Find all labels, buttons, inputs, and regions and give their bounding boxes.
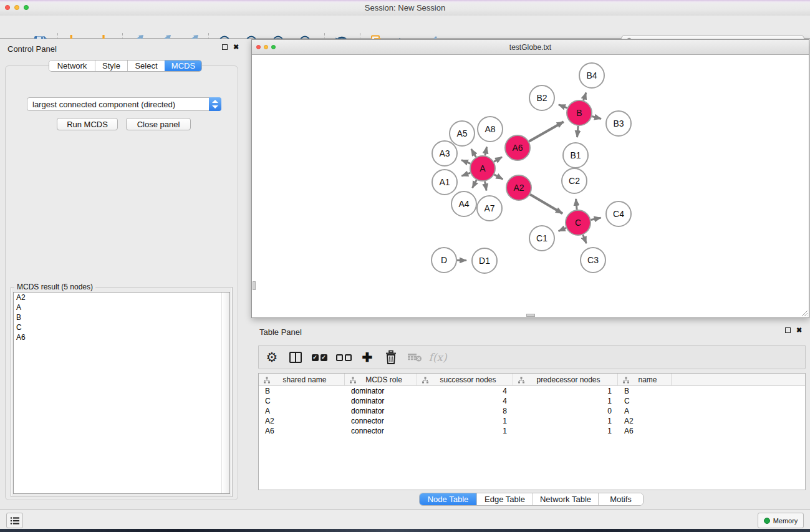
table-cell[interactable]: 1 [513,387,618,395]
tab-network-table[interactable]: Network Table [533,493,598,505]
table-row[interactable]: Adominator80A [259,406,805,416]
edge-A-A3[interactable] [461,160,470,164]
table-cell[interactable]: A2 [259,417,345,425]
table-cell[interactable]: connector [345,427,417,435]
tab-network[interactable]: Network [49,60,95,71]
table-cell[interactable]: B [618,387,672,395]
table-cell[interactable]: 0 [513,407,618,415]
vertical-scroll-thumb[interactable] [253,281,256,290]
graph-node-B1[interactable]: B1 [563,143,588,168]
result-item[interactable]: A [14,302,229,312]
column-header-successor-nodes[interactable]: successor nodes [417,374,513,386]
graph-node-A[interactable]: A [470,156,495,181]
run-mcds-button[interactable]: Run MCDS [57,118,118,130]
edge-B-B2[interactable] [559,105,567,108]
table-row[interactable]: Cdominator41C [259,396,805,406]
close-panel-button[interactable]: Close panel [126,118,191,130]
table-cell[interactable]: C [618,397,672,405]
resize-grip[interactable] [800,309,808,317]
edge-B-B3[interactable] [592,116,601,118]
graph-node-C4[interactable]: C4 [606,201,631,226]
table-cell[interactable]: 1 [513,397,618,405]
graph-node-A6[interactable]: A6 [505,135,530,160]
graph-node-A2[interactable]: A2 [506,175,531,200]
graph-node-C2[interactable]: C2 [562,168,587,193]
edge-A6-B[interactable] [529,122,563,141]
criterion-select[interactable]: largest connected component (directed) [27,97,221,111]
tab-mcds[interactable]: MCDS [165,60,201,71]
tab-select[interactable]: Select [127,60,165,71]
graph-node-A4[interactable]: A4 [451,191,476,216]
graph-node-C1[interactable]: C1 [529,226,554,251]
edge-B-B1[interactable] [577,126,579,137]
graph-node-D1[interactable]: D1 [472,248,497,273]
tab-motifs[interactable]: Motifs [598,493,643,505]
edge-A-A4[interactable] [473,180,477,188]
select-all-columns-button[interactable]: ✓✓ [310,348,329,367]
graph-node-A1[interactable]: A1 [432,170,457,195]
deselect-all-columns-button[interactable] [334,348,353,367]
network-graph[interactable]: AA1A2A3A4A5A6A7A8BB1B2B3B4CC1C2C3C4DD1 [252,55,809,317]
column-header-MCDS-role[interactable]: MCDS role [345,374,417,386]
edge-A-A5[interactable] [471,149,476,157]
table-cell[interactable]: 1 [513,417,618,425]
table-cell[interactable]: A [259,407,345,415]
result-item[interactable]: A6 [14,332,229,342]
close-panel-icon[interactable]: ✖ [233,44,239,50]
table-cell[interactable]: 4 [417,387,513,395]
tab-style[interactable]: Style [95,60,127,71]
add-column-button[interactable]: ✚ [358,348,377,367]
table-cell[interactable]: dominator [345,407,417,415]
delete-column-button[interactable] [382,348,400,367]
graph-node-B3[interactable]: B3 [606,111,631,136]
edge-A2-C[interactable] [530,195,562,214]
graph-node-A3[interactable]: A3 [432,141,457,166]
table-row[interactable]: Bdominator41B [259,386,805,396]
graph-node-A8[interactable]: A8 [478,117,503,142]
split-view-button[interactable] [286,348,305,367]
float-panel-icon[interactable] [785,327,791,333]
table-cell[interactable]: connector [345,417,417,425]
edge-A-A1[interactable] [461,173,470,176]
task-history-button[interactable] [6,513,23,528]
table-row[interactable]: A2connector11A2 [259,416,805,426]
result-item[interactable]: C [14,322,229,332]
table-cell[interactable]: dominator [345,397,417,405]
horizontal-scroll-thumb[interactable] [526,314,535,317]
graph-node-B[interactable]: B [567,100,592,125]
close-panel-icon[interactable]: ✖ [796,327,802,333]
tab-edge-table[interactable]: Edge Table [476,493,533,505]
edge-C-C3[interactable] [583,235,586,243]
table-cell[interactable]: 1 [513,427,618,435]
table-cell[interactable]: dominator [345,387,417,395]
table-cell[interactable]: A6 [259,427,345,435]
graph-node-A7[interactable]: A7 [477,196,502,221]
graph-node-A5[interactable]: A5 [450,121,475,146]
graph-node-C3[interactable]: C3 [581,248,605,273]
table-cell[interactable]: A6 [618,427,672,435]
table-cell[interactable]: 8 [417,407,513,415]
table-cell[interactable]: A2 [618,417,672,425]
column-header-predecessor-nodes[interactable]: predecessor nodes [513,374,618,386]
graph-node-D[interactable]: D [432,248,456,273]
graph-node-B4[interactable]: B4 [579,63,604,88]
float-panel-icon[interactable] [222,44,228,50]
edge-B-B4[interactable] [584,93,586,101]
column-header-shared-name[interactable]: shared name [259,374,345,386]
table-row[interactable]: A6connector11A6 [259,426,805,436]
network-canvas[interactable]: AA1A2A3A4A5A6A7A8BB1B2B3B4CC1C2C3C4DD1 [252,55,809,317]
edge-C-C1[interactable] [559,228,566,231]
table-settings-button[interactable]: ⚙ [263,348,281,367]
table-cell[interactable]: 1 [417,427,513,435]
edge-A-A7[interactable] [485,181,487,191]
table-cell[interactable]: 4 [417,397,513,405]
tab-node-table[interactable]: Node Table [420,493,476,505]
result-item[interactable]: A2 [14,293,229,302]
result-list-scrollbar[interactable] [221,293,229,493]
column-header-name[interactable]: name [618,374,672,386]
table-cell[interactable]: 1 [417,417,513,425]
edge-C-C4[interactable] [591,218,601,220]
memory-button[interactable]: Memory [758,513,804,528]
table-cell[interactable]: C [259,397,345,405]
graph-node-C[interactable]: C [566,210,591,235]
